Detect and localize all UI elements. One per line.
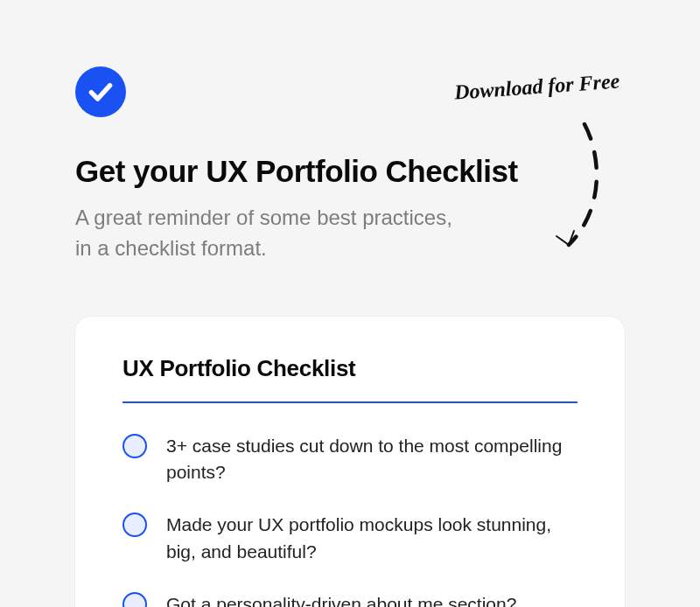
- checklist-item-text: Got a personality-driven about me sectio…: [166, 591, 516, 607]
- check-badge: [75, 66, 126, 117]
- checklist-item: 3+ case studies cut down to the most com…: [122, 433, 578, 486]
- subheading-line-1: A great reminder of some best practices,: [75, 206, 452, 229]
- page-heading: Get your UX Portfolio Checklist: [75, 154, 625, 189]
- checklist-item-text: 3+ case studies cut down to the most com…: [166, 433, 569, 486]
- checklist-item: Got a personality-driven about me sectio…: [122, 591, 578, 607]
- check-icon: [87, 78, 115, 106]
- checklist-item: Made your UX portfolio mockups look stun…: [122, 512, 578, 565]
- card-divider: [122, 401, 578, 403]
- card-title: UX Portfolio Checklist: [122, 355, 578, 382]
- unchecked-circle-icon[interactable]: [122, 592, 147, 607]
- page-subheading: A great reminder of some best practices,…: [75, 203, 530, 264]
- checklist-card: UX Portfolio Checklist 3+ case studies c…: [75, 317, 625, 607]
- unchecked-circle-icon[interactable]: [122, 513, 147, 537]
- download-annotation: Download for Free: [453, 69, 620, 104]
- subheading-line-2: in a checklist format.: [75, 236, 267, 260]
- checklist-item-text: Made your UX portfolio mockups look stun…: [166, 512, 569, 565]
- unchecked-circle-icon[interactable]: [122, 434, 147, 458]
